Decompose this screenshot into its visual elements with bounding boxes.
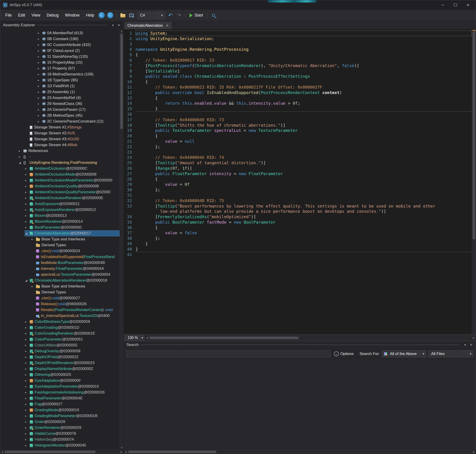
expander-icon[interactable]: ▸ [25, 397, 30, 400]
scroll-right-button[interactable]: ▶ [119, 450, 123, 454]
tree-item[interactable]: ▸AmbientOcclusionQualityParameter @02000 [0, 189, 119, 195]
search-horizontal-scrollbar[interactable]: ◀ ▶ [124, 450, 476, 454]
chevron-down-icon[interactable]: ▼ [468, 350, 473, 357]
tree-item[interactable]: ▸Grain @02000028 [0, 419, 119, 425]
open-from-gac-button[interactable] [128, 12, 135, 19]
tree-item[interactable]: ▸2C GenericParamConstraint (12) [0, 119, 119, 124]
expander-icon[interactable]: ▸ [37, 114, 42, 117]
scroll-right-button[interactable]: ▶ [472, 336, 476, 340]
tree-item[interactable]: ▸ColorGradingRenderer @0200001E [0, 331, 119, 336]
menu-window[interactable]: Window [62, 12, 83, 19]
tree-item[interactable]: ◢UnityEngine.Rendering.PostProcessing [0, 160, 119, 166]
expander-icon[interactable]: ▸ [37, 67, 42, 70]
tree-item[interactable]: ▸Fog @02000027 [0, 401, 119, 407]
expander-icon[interactable]: ▸ [37, 120, 42, 123]
expander-icon[interactable]: ▸ [25, 409, 30, 412]
expander-icon[interactable]: ▸ [25, 226, 30, 229]
maximize-button[interactable] [449, 1, 462, 9]
code-view[interactable]: 1using System;2using UnityEngine.Seriali… [124, 29, 472, 334]
tree-item[interactable]: ◢ChromaticAberration @02000017 [0, 230, 119, 236]
tree-item[interactable]: ▸ColorGrading @0200001D [0, 325, 119, 331]
tree-item[interactable]: Release() : void @06000026 [0, 301, 119, 307]
expander-icon[interactable]: ▸ [37, 79, 42, 82]
undo-button[interactable]: ↶ [167, 12, 174, 19]
editor-vertical-scrollbar[interactable] [472, 29, 476, 334]
tree-item[interactable]: ▸EyeAdaptation @0200000F [0, 378, 119, 384]
expander-icon[interactable]: ▸ [25, 361, 30, 364]
expander-icon[interactable]: ▸ [37, 43, 42, 46]
tree-item[interactable]: ▸AmbientOcclusionModeParameter @0200000 [0, 177, 119, 183]
expander-icon[interactable]: ◢ [25, 232, 30, 235]
tree-item[interactable]: ▸AmbientOcclusionMode @02000008 [0, 172, 119, 177]
expander-icon[interactable]: ▸ [37, 108, 42, 111]
tree-item[interactable]: ▸AmbientOcclusion @0200000C [0, 166, 119, 172]
tree-item[interactable]: ▸BoolParameter @02000050 [0, 225, 119, 230]
open-assembly-button[interactable] [119, 12, 127, 19]
navigate-back-button[interactable]: ← [98, 12, 106, 19]
expander-icon[interactable]: ▸ [25, 438, 30, 441]
expander-icon[interactable]: ▸ [25, 220, 30, 223]
tree-item[interactable]: ▸FastApproximateAntialiasing @02000026 [0, 389, 119, 395]
tree-item[interactable]: ▸23 AssemblyRef (4) [0, 95, 119, 101]
expander-icon[interactable]: ▸ [25, 179, 30, 182]
tree-item[interactable]: ▸ColorBlindnessType @02000059 [0, 319, 119, 325]
scroll-up-button[interactable]: ▲ [120, 29, 124, 33]
editor-horizontal-scrollbar[interactable]: ◀ ▶ [145, 336, 476, 340]
expander-icon[interactable]: ▸ [25, 190, 30, 194]
tree-item[interactable]: ▸Base Type and Interfaces [0, 283, 119, 289]
expander-icon[interactable]: ▸ [37, 37, 42, 41]
scroll-left-button[interactable]: ◀ [0, 450, 4, 454]
tree-item[interactable]: .ctor() : void @06000024 [0, 248, 119, 254]
expander-icon[interactable]: ▸ [25, 185, 30, 188]
code-editor[interactable]: 1using System;2using UnityEngine.Seriali… [124, 29, 476, 334]
expander-icon[interactable]: ▸ [25, 167, 30, 170]
expander-icon[interactable]: ◢ [18, 161, 23, 164]
tree-item[interactable]: ▸GradingMode @02000019 [0, 407, 119, 413]
start-debugging-button[interactable]: Start [187, 12, 205, 19]
tree-item[interactable]: ▸1D FieldRVA (1) [0, 83, 119, 89]
expander-icon[interactable]: ▸ [37, 73, 42, 76]
tree-item[interactable]: ▸HistogramMonitor @02000045 [0, 442, 119, 448]
tree-item[interactable]: Storage Stream #2: #US [0, 130, 119, 136]
tree-item[interactable]: ▸ColorUtilities @02000055 [0, 342, 119, 348]
tree-item[interactable]: ▸0A MemberRef (613) [0, 30, 119, 36]
tree-scrollbar-thumb[interactable] [120, 34, 123, 129]
expander-icon[interactable]: ▸ [25, 373, 30, 376]
expander-icon[interactable]: ▸ [37, 31, 42, 35]
expander-icon[interactable]: ▸ [37, 55, 42, 58]
tree-item[interactable]: ▸15 PropertyMap (15) [0, 60, 119, 66]
navigate-forward-button[interactable]: → [107, 12, 114, 19]
tree-vertical-scrollbar[interactable]: ▲ ▼ [119, 29, 123, 450]
scroll-left-button[interactable]: ◀ [124, 450, 128, 454]
editor-hscrollbar-thumb[interactable] [150, 337, 299, 339]
menu-file[interactable]: File [2, 12, 15, 19]
menu-help[interactable]: Help [83, 12, 98, 19]
tree-item[interactable]: .ctor() : void @06000027 [0, 295, 119, 301]
tree-item[interactable]: ▸DepthOfField @02000022 [0, 354, 119, 360]
expander-icon[interactable]: ▸ [25, 444, 30, 447]
expander-icon[interactable]: ▸ [18, 149, 23, 152]
tree-item[interactable]: Render(PostProcessRenderContext) : void [0, 307, 119, 313]
tree-item[interactable]: ▸AutoExposureRenderer @02000012 [0, 207, 119, 213]
search-input[interactable] [126, 350, 331, 357]
search-results-area[interactable] [124, 359, 476, 450]
tree-item[interactable]: ▸DisplayNameAttribute @02000002 [0, 366, 119, 372]
expander-icon[interactable]: ▸ [25, 214, 30, 217]
file-filter-combobox[interactable]: All Files ▼ [428, 350, 474, 357]
tree-item[interactable]: ▸References [0, 148, 119, 154]
expander-icon[interactable]: ▸ [25, 379, 30, 382]
search-assemblies-button[interactable] [210, 12, 217, 19]
tree-item[interactable]: ▸2A GenericParam (17) [0, 107, 119, 113]
tree-item[interactable]: fastMode : BoolParameter @0400004B [0, 260, 119, 266]
expander-icon[interactable]: ▸ [31, 238, 36, 241]
expander-icon[interactable]: ▸ [37, 96, 42, 99]
tree-item[interactable]: Derived Types [0, 289, 119, 295]
expander-icon[interactable]: ▸ [25, 326, 30, 329]
tree-item[interactable]: spectralLut : TextureParameter @0400004 [0, 272, 119, 278]
expander-icon[interactable]: ▸ [25, 208, 30, 211]
tree-item[interactable]: ▸HaltonSeq @0200007A [0, 437, 119, 442]
expander-icon[interactable]: ▸ [25, 338, 30, 341]
expander-icon[interactable]: ▸ [37, 49, 42, 52]
search-panel-close-button[interactable]: ✕ [468, 342, 474, 348]
tree-item[interactable]: ▸AmbientOcclusionRenderer @0200000E [0, 195, 119, 201]
